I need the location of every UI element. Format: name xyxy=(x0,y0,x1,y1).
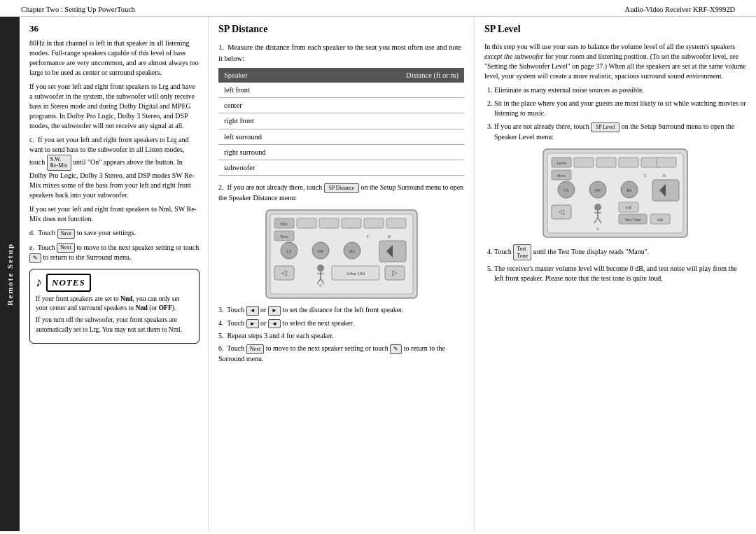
table-row: right surround xyxy=(218,144,464,160)
left-para-1: 80Hz in that channel is left in that spe… xyxy=(29,38,200,78)
table-row: subwoofer xyxy=(218,160,464,176)
distance-left-surround xyxy=(330,129,464,144)
svg-rect-41 xyxy=(657,157,676,167)
svg-text:◁: ◁ xyxy=(559,208,564,216)
sp-distance-device-diagram: Dist. Next C R LS SW RS ◁ xyxy=(265,209,419,300)
return-surround-btn[interactable]: ✎ xyxy=(390,344,402,354)
svg-text:SW: SW xyxy=(317,249,323,253)
svg-rect-37 xyxy=(574,157,594,167)
page-header: Chapter Two : Setting Up PowerTouch Audi… xyxy=(0,0,756,17)
table-row: left front xyxy=(218,83,464,98)
sidebar-label: Remote Setup xyxy=(6,243,14,306)
svg-text:0: 0 xyxy=(319,283,322,288)
step4: 4. Touch ► or ◄ to select the next speak… xyxy=(218,318,464,329)
svg-text:SW: SW xyxy=(595,188,601,192)
speaker-right-front: right front xyxy=(218,113,330,129)
return-btn-inline[interactable]: ✎ xyxy=(29,253,41,263)
svg-text:Next: Next xyxy=(280,234,288,239)
sp-level-title: SP Level xyxy=(484,22,746,36)
svg-text:LS: LS xyxy=(564,188,568,192)
sp-level-step-3: If you are not already there, touch SP L… xyxy=(494,122,746,142)
notes-music-icon: ♪ xyxy=(36,274,42,291)
sp-level-step-2: Sit in the place where you and your gues… xyxy=(494,99,746,118)
svg-text:◁: ◁ xyxy=(281,269,287,276)
sp-distance-intro: 1. Measure the distance from each speake… xyxy=(218,42,464,63)
left-para-d: d. Touch Save to save your settings. xyxy=(29,228,200,239)
next-sp-btn[interactable]: Next xyxy=(246,344,265,354)
svg-text:Off: Off xyxy=(626,206,631,210)
sp-level-step-1: Eliminate as many external noise sources… xyxy=(494,85,746,95)
notes-title: NOTES xyxy=(46,274,91,292)
svg-text:C: C xyxy=(644,173,648,178)
table-row: center xyxy=(218,98,464,113)
svg-text:Level: Level xyxy=(556,161,566,165)
left-para-e: e. Touch Next to move to the next speake… xyxy=(29,243,200,263)
svg-rect-6 xyxy=(342,218,361,228)
distance-center xyxy=(330,98,464,113)
sp-level-device-diagram: Level Next C R LS SW RS xyxy=(542,148,689,239)
step3: 3. Touch ◄ or ► to set the distance for … xyxy=(218,305,464,316)
save-btn-inline[interactable]: Save xyxy=(57,229,76,239)
speaker-distance-table: Speaker Distance (ft or m) left front ce… xyxy=(218,68,464,176)
svg-point-23 xyxy=(317,265,324,272)
sp-level-steps-continued: Touch TestTone until the Test Tone displ… xyxy=(484,244,746,283)
header-left: Chapter Two : Setting Up PowerTouch xyxy=(21,6,135,13)
next-btn-inline[interactable]: Next xyxy=(57,243,75,253)
step5: 5. Repeat steps 3 and 4 for each speaker… xyxy=(218,331,464,341)
test-tone-btn[interactable]: TestTone xyxy=(513,244,531,260)
svg-rect-38 xyxy=(596,157,616,167)
sp-level-step-4: Touch TestTone until the Test Tone displ… xyxy=(494,244,746,260)
sp-distance-title: SP Distance xyxy=(218,22,464,36)
svg-rect-5 xyxy=(319,218,339,228)
svg-rect-39 xyxy=(619,157,638,167)
svg-rect-4 xyxy=(297,218,316,228)
distance-right-front xyxy=(330,113,464,129)
sp-level-intro: In this step you will use your ears to b… xyxy=(484,42,746,81)
header-right: Audio-Video Receiver KRF-X9992D xyxy=(625,6,735,13)
table-row: left surround xyxy=(218,129,464,144)
distance-right-surround xyxy=(330,144,464,160)
notes-box: ♪ NOTES If your front speakers are set t… xyxy=(29,269,200,344)
middle-column: SP Distance 1. Measure the distance from… xyxy=(209,17,475,531)
speaker-left-front: left front xyxy=(218,83,330,98)
svg-text:Dist.: Dist. xyxy=(280,222,288,226)
svg-text:3.0m  10ft: 3.0m 10ft xyxy=(346,271,365,276)
sp-level-btn[interactable]: SP Level xyxy=(591,122,620,133)
table-header-distance: Distance (ft or m) xyxy=(330,68,464,83)
left-btn[interactable]: ◄ xyxy=(246,306,259,316)
notes-header: ♪ NOTES xyxy=(36,274,193,292)
prev-left-btn[interactable]: ◄ xyxy=(268,319,281,329)
step6: 6. Touch Next to move to the next speake… xyxy=(218,344,464,364)
svg-text:Next: Next xyxy=(557,174,566,178)
svg-point-54 xyxy=(594,204,601,211)
svg-rect-8 xyxy=(386,218,406,228)
table-row: right front xyxy=(218,113,464,129)
svg-text:Test Tone: Test Tone xyxy=(624,218,641,222)
notes-item-1: If your front speakers are set to Nml, y… xyxy=(36,295,193,314)
sidebar-tab: Remote Setup xyxy=(0,17,20,531)
sp-level-step-5: The receiver's master volume level will … xyxy=(494,264,746,283)
sp-distance-btn[interactable]: SP Distance xyxy=(324,183,359,194)
speaker-center: center xyxy=(218,98,330,113)
sp-level-steps: Eliminate as many external noise sources… xyxy=(484,85,746,142)
right-btn[interactable]: ► xyxy=(268,306,281,316)
svg-text:RS: RS xyxy=(349,249,354,253)
sw-remix-btn[interactable]: S.W.Re-Mix xyxy=(47,155,71,171)
right-column: SP Level In this step you will use your … xyxy=(475,17,756,531)
left-column: 36 80Hz in that channel is left in that … xyxy=(20,17,209,531)
svg-text:LS: LS xyxy=(286,249,291,253)
table-header-speaker: Speaker xyxy=(218,68,330,83)
svg-text:▷: ▷ xyxy=(392,269,398,276)
svg-text:R: R xyxy=(663,173,666,178)
speaker-subwoofer: subwoofer xyxy=(218,160,330,176)
main-content: Remote Setup 36 80Hz in that channel is … xyxy=(0,17,756,531)
svg-text:R: R xyxy=(387,234,391,239)
left-para-nml: If you set your left and right front spe… xyxy=(29,204,200,224)
notes-item-2: If you turn off the subwoofer, your fron… xyxy=(36,316,193,335)
svg-text:0db: 0db xyxy=(657,218,664,222)
next-right-btn[interactable]: ► xyxy=(246,319,259,329)
distance-left-front xyxy=(330,83,464,98)
page-number: 36 xyxy=(29,22,200,36)
svg-text:0: 0 xyxy=(596,226,599,232)
distance-subwoofer xyxy=(330,160,464,176)
